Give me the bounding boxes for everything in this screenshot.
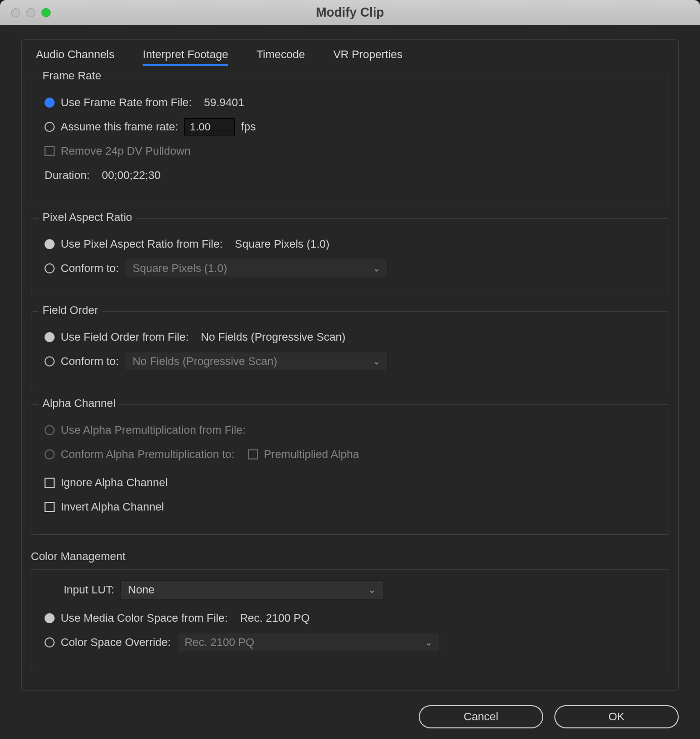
assume-frame-rate-row: Assume this frame rate: fps	[45, 117, 655, 137]
duration-value: 00;00;22;30	[102, 169, 160, 182]
frame-rate-group: Frame Rate Use Frame Rate from File: 59.…	[31, 77, 669, 203]
assume-frame-rate-label: Assume this frame rate:	[61, 120, 178, 133]
tab-audio-channels[interactable]: Audio Channels	[36, 48, 114, 66]
content-panel: Audio Channels Interpret Footage Timecod…	[21, 39, 679, 691]
input-lut-select[interactable]: None ⌄	[120, 580, 383, 599]
conform-par-radio[interactable]	[45, 263, 55, 273]
tab-interpret-footage[interactable]: Interpret Footage	[143, 48, 228, 66]
use-field-order-row: Use Field Order from File: No Fields (Pr…	[45, 327, 655, 347]
conform-field-order-select-value: No Fields (Progressive Scan)	[133, 355, 277, 368]
use-field-order-radio[interactable]	[45, 332, 55, 342]
conform-field-order-radio[interactable]	[45, 356, 55, 366]
fps-suffix: fps	[241, 120, 255, 133]
assume-frame-rate-input[interactable]	[184, 118, 235, 135]
conform-par-label: Conform to:	[61, 262, 119, 275]
color-override-value: Rec. 2100 PQ	[185, 636, 254, 649]
remove-pulldown-checkbox	[45, 146, 55, 156]
conform-alpha-radio	[45, 449, 55, 459]
premultiplied-checkbox	[248, 449, 258, 459]
use-field-order-label: Use Field Order from File:	[61, 331, 189, 344]
color-mgmt-legend: Color Management	[31, 550, 669, 563]
pixel-aspect-legend: Pixel Aspect Ratio	[38, 211, 136, 224]
duration-row: Duration: 00;00;22;30	[45, 165, 655, 186]
tab-timecode[interactable]: Timecode	[256, 48, 305, 66]
use-par-value: Square Pixels (1.0)	[235, 238, 329, 251]
use-field-order-value: No Fields (Progressive Scan)	[201, 331, 345, 344]
conform-field-order-row: Conform to: No Fields (Progressive Scan)…	[45, 351, 655, 372]
premultiplied-label: Premultiplied Alpha	[264, 448, 359, 461]
use-par-row: Use Pixel Aspect Ratio from File: Square…	[45, 234, 655, 254]
invert-alpha-checkbox[interactable]	[45, 502, 55, 512]
pixel-aspect-group: Pixel Aspect Ratio Use Pixel Aspect Rati…	[31, 218, 669, 296]
conform-par-row: Conform to: Square Pixels (1.0) ⌄	[45, 258, 655, 279]
use-frame-rate-label: Use Frame Rate from File:	[61, 96, 192, 109]
conform-field-order-select: No Fields (Progressive Scan) ⌄	[125, 352, 388, 371]
dialog-footer: Cancel OK	[0, 691, 700, 739]
ok-button[interactable]: OK	[554, 705, 679, 728]
conform-par-select: Square Pixels (1.0) ⌄	[125, 259, 388, 278]
color-override-select: Rec. 2100 PQ ⌄	[177, 633, 440, 652]
use-media-color-radio[interactable]	[45, 613, 55, 623]
color-override-row: Color Space Override: Rec. 2100 PQ ⌄	[45, 632, 655, 653]
use-alpha-row: Use Alpha Premultiplication from File:	[45, 420, 655, 440]
field-order-group: Field Order Use Field Order from File: N…	[31, 311, 669, 389]
color-mgmt-group: Input LUT: None ⌄ Use Media Color Space …	[31, 569, 669, 670]
chevron-down-icon: ⌄	[373, 356, 380, 367]
remove-pulldown-row: Remove 24p DV Pulldown	[45, 141, 655, 161]
field-order-legend: Field Order	[38, 304, 102, 317]
color-override-radio[interactable]	[45, 637, 55, 648]
ignore-alpha-label: Ignore Alpha Channel	[61, 476, 168, 489]
conform-alpha-row: Conform Alpha Premultiplication to: Prem…	[45, 444, 655, 465]
color-override-label: Color Space Override:	[61, 636, 171, 649]
conform-field-order-label: Conform to:	[61, 355, 119, 368]
use-frame-rate-row: Use Frame Rate from File: 59.9401	[45, 93, 655, 113]
input-lut-label: Input LUT:	[49, 583, 114, 596]
chevron-down-icon: ⌄	[368, 584, 376, 595]
titlebar: Modify Clip	[0, 0, 700, 25]
invert-alpha-row: Invert Alpha Channel	[45, 497, 655, 517]
conform-par-select-value: Square Pixels (1.0)	[133, 262, 227, 275]
use-frame-rate-value: 59.9401	[204, 96, 244, 109]
chevron-down-icon: ⌄	[373, 263, 380, 274]
window-title: Modify Clip	[0, 5, 700, 20]
use-media-color-row: Use Media Color Space from File: Rec. 21…	[45, 608, 655, 628]
use-alpha-label: Use Alpha Premultiplication from File:	[61, 424, 246, 437]
input-lut-value: None	[128, 583, 155, 596]
assume-frame-rate-radio[interactable]	[45, 122, 55, 132]
cancel-button[interactable]: Cancel	[419, 705, 543, 728]
tab-vr-properties[interactable]: VR Properties	[333, 48, 403, 66]
tab-bar: Audio Channels Interpret Footage Timecod…	[22, 40, 678, 77]
invert-alpha-label: Invert Alpha Channel	[61, 500, 164, 514]
chevron-down-icon: ⌄	[425, 637, 432, 648]
use-alpha-radio	[45, 425, 55, 435]
duration-label: Duration:	[45, 169, 90, 182]
conform-alpha-label: Conform Alpha Premultiplication to:	[61, 448, 235, 461]
ignore-alpha-checkbox[interactable]	[45, 478, 55, 488]
use-media-color-value: Rec. 2100 PQ	[240, 612, 310, 625]
alpha-legend: Alpha Channel	[38, 397, 119, 410]
use-par-label: Use Pixel Aspect Ratio from File:	[61, 238, 223, 251]
alpha-group: Alpha Channel Use Alpha Premultiplicatio…	[31, 404, 669, 535]
input-lut-row: Input LUT: None ⌄	[45, 580, 655, 600]
remove-pulldown-label: Remove 24p DV Pulldown	[61, 145, 191, 158]
ignore-alpha-row: Ignore Alpha Channel	[45, 473, 655, 493]
use-media-color-label: Use Media Color Space from File:	[61, 612, 228, 625]
use-par-radio[interactable]	[45, 239, 55, 249]
frame-rate-legend: Frame Rate	[38, 69, 105, 82]
dialog-body: Audio Channels Interpret Footage Timecod…	[0, 25, 700, 739]
use-frame-rate-radio[interactable]	[45, 98, 55, 108]
modify-clip-dialog: Modify Clip Audio Channels Interpret Foo…	[0, 0, 700, 739]
